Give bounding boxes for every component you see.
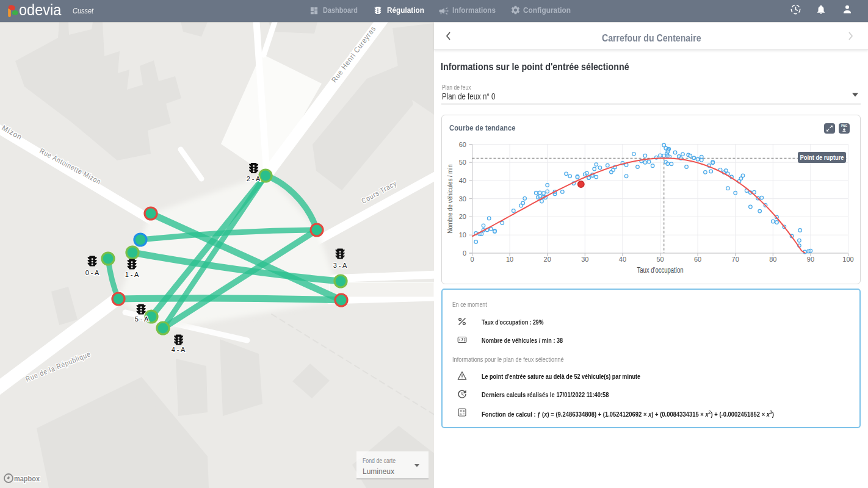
svg-text:60: 60 [694, 256, 701, 263]
svg-text:10: 10 [506, 256, 513, 263]
svg-text:mapbox: mapbox [14, 475, 40, 483]
svg-text:Rue Antoinette Mizon: Rue Antoinette Mizon [38, 146, 103, 186]
svg-text:0: 0 [470, 256, 474, 263]
svg-text:3 - A: 3 - A [333, 262, 347, 269]
svg-text:0 - A: 0 - A [85, 269, 99, 276]
svg-text:Lumineux: Lumineux [363, 467, 394, 476]
svg-text:0: 0 [463, 249, 466, 257]
svg-text:90: 90 [807, 256, 814, 263]
svg-text:Fond de carte: Fond de carte [363, 457, 396, 464]
svg-text:5 - A: 5 - A [135, 315, 149, 323]
svg-text:100: 100 [842, 256, 853, 263]
svg-text:80: 80 [769, 256, 776, 263]
svg-text:50: 50 [459, 159, 466, 166]
svg-text:Nombre de véhicules / min: Nombre de véhicules / min [446, 164, 454, 233]
svg-text:Point de rupture: Point de rupture [800, 154, 844, 161]
svg-text:Taux d'occupation: Taux d'occupation [637, 266, 684, 274]
svg-text:10: 10 [459, 231, 466, 239]
svg-text:1 - A: 1 - A [125, 271, 139, 278]
svg-text:Rue Henri Cureyras: Rue Henri Cureyras [330, 24, 378, 84]
svg-text:30: 30 [581, 256, 588, 263]
svg-text:4 - A: 4 - A [172, 346, 186, 353]
svg-text:50: 50 [656, 256, 664, 263]
svg-text:20: 20 [544, 256, 551, 263]
svg-text:20: 20 [459, 213, 466, 220]
svg-text:60: 60 [459, 141, 466, 148]
svg-text:2 - A: 2 - A [247, 175, 261, 182]
svg-text:40: 40 [459, 177, 466, 184]
svg-text:30: 30 [459, 195, 466, 203]
svg-text:70: 70 [732, 256, 739, 263]
svg-text:40: 40 [619, 256, 626, 263]
